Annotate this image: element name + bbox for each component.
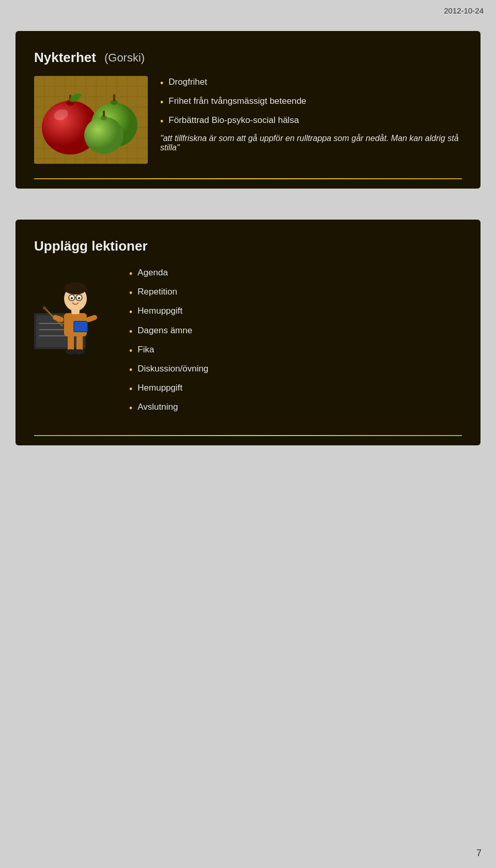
bullet-item: • Avslutning xyxy=(129,401,208,415)
bullet-text: Frihet från tvångsmässigt beteende xyxy=(168,95,306,107)
bullet-item: • Diskussion/övning xyxy=(129,363,208,377)
bullet-dot: • xyxy=(129,326,132,338)
svg-rect-39 xyxy=(68,334,74,352)
bullet-item: • Drogfrihet xyxy=(160,76,462,90)
slide2-bullet-list: • Agenda • Repetition • Hemuppgift • Dag… xyxy=(129,267,208,421)
bullet-item: • Fika xyxy=(129,344,208,358)
svg-point-50 xyxy=(64,282,87,295)
bullet-text: Repetition xyxy=(137,286,177,298)
bullet-dot: • xyxy=(129,268,132,281)
bullet-dot: • xyxy=(160,96,163,109)
teacher-image xyxy=(34,267,117,354)
bullet-dot: • xyxy=(129,306,132,319)
slide2-title: Upplägg lektioner xyxy=(34,238,462,254)
slide1-content: • Drogfrihet • Frihet från tvångsmässigt… xyxy=(34,76,462,164)
bullet-dot: • xyxy=(160,77,163,90)
svg-rect-30 xyxy=(103,111,105,117)
svg-point-54 xyxy=(78,297,80,299)
bullet-text: Förbättrad Bio-psyko-social hälsa xyxy=(168,114,299,127)
bullet-text: Avslutning xyxy=(137,401,178,413)
bullet-item: • Repetition xyxy=(129,286,208,300)
svg-point-28 xyxy=(84,117,123,154)
svg-point-38 xyxy=(43,306,46,309)
svg-rect-47 xyxy=(85,314,98,323)
slide-nykterhet: Nykterhet (Gorski) xyxy=(16,31,481,189)
bullet-item: • Dagens ämne xyxy=(129,324,208,338)
apple-image xyxy=(34,76,148,164)
slide2-content: • Agenda • Repetition • Hemuppgift • Dag… xyxy=(34,267,462,421)
svg-rect-45 xyxy=(74,322,87,331)
bullet-item: • Förbättrad Bio-psyko-social hälsa xyxy=(160,114,462,128)
svg-rect-27 xyxy=(113,94,115,101)
bullet-text: Hemuppgift xyxy=(137,305,182,317)
bullet-dot: • xyxy=(160,115,163,128)
svg-point-53 xyxy=(71,297,73,299)
slide1-bullet-list: • Drogfrihet • Frihet från tvångsmässigt… xyxy=(160,76,462,129)
slide1-title: Nykterhet xyxy=(34,50,96,66)
bullet-dot: • xyxy=(129,364,132,377)
bullet-text: Fika xyxy=(137,344,154,356)
bullet-text: Dagens ämne xyxy=(137,324,192,337)
bullet-dot: • xyxy=(129,345,132,358)
bullet-item: • Agenda xyxy=(129,267,208,281)
slide1-bullets-container: • Drogfrihet • Frihet från tvångsmässigt… xyxy=(160,76,462,152)
bullet-dot: • xyxy=(129,287,132,300)
slide1-title-container: Nykterhet (Gorski) xyxy=(34,50,462,66)
bullet-text: Agenda xyxy=(137,267,168,279)
bullet-text: Diskussion/övning xyxy=(137,363,208,375)
bullet-dot: • xyxy=(129,402,132,415)
svg-rect-40 xyxy=(76,334,83,352)
page-number: 7 xyxy=(476,848,482,859)
svg-point-42 xyxy=(74,349,85,354)
page-date: 2012-10-24 xyxy=(444,6,484,15)
bullet-item: • Hemuppgift xyxy=(129,382,208,396)
bullet-item: • Hemuppgift xyxy=(129,305,208,319)
slide-upplagg: Upplägg lektioner xyxy=(16,220,481,445)
bullet-item: • Frihet från tvångsmässigt beteende xyxy=(160,95,462,109)
bullet-text: Drogfrihet xyxy=(168,76,207,88)
slide1-quote: "att tillfriskna är som att gå uppför en… xyxy=(160,134,462,152)
bullet-dot: • xyxy=(129,383,132,396)
bullet-text: Hemuppgift xyxy=(137,382,182,394)
slide1-subtitle: (Gorski) xyxy=(104,51,145,65)
